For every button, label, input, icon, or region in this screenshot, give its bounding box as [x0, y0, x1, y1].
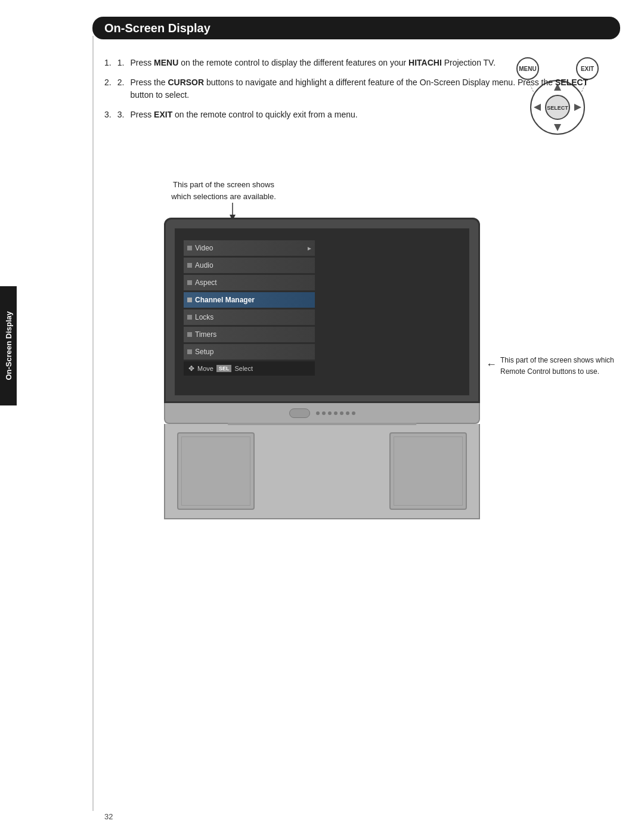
osd-select-label: Select — [234, 365, 253, 372]
osd-item-audio: Audio — [184, 258, 315, 273]
tv-wrapper: Video ► Audio Aspect — [164, 218, 480, 519]
instruction-2: 2. Press the CURSOR buttons to navigate … — [104, 76, 602, 101]
osd-icon-channel — [187, 298, 192, 302]
sidebar-tab: On-Screen Display — [0, 286, 17, 405]
osd-move-label: Move — [197, 365, 213, 372]
tv-speaker-left — [177, 432, 255, 510]
tv-screen: Video ► Audio Aspect — [175, 228, 469, 395]
osd-icon-video — [187, 246, 192, 250]
tv-speaker-right — [389, 432, 467, 510]
tv-base-dots — [316, 411, 355, 415]
osd-icon-setup — [187, 349, 192, 354]
page-number: 32 — [104, 812, 113, 821]
osd-item-channel-manager: Channel Manager — [184, 292, 315, 308]
osd-menu: Video ► Audio Aspect — [184, 240, 315, 376]
callout-right: ← This part of the screen shows which Re… — [486, 355, 617, 377]
annotation-top: This part of the screen shows which sele… — [164, 179, 283, 202]
page-title: On-Screen Display — [104, 21, 210, 35]
callout-arrow-symbol: ← — [486, 356, 497, 373]
osd-item-aspect: Aspect — [184, 275, 315, 290]
tv-cabinet — [164, 424, 480, 519]
osd-icon-aspect — [187, 280, 192, 285]
osd-icon-locks — [187, 315, 192, 320]
osd-item-locks: Locks — [184, 309, 315, 325]
osd-bottom-bar: ✥ Move SEL Select — [184, 361, 315, 376]
osd-item-video: Video ► — [184, 240, 315, 256]
instructions-list: 1. Press MENU on the remote control to d… — [104, 57, 614, 121]
osd-icon-timers — [187, 332, 192, 337]
left-divider — [92, 36, 94, 811]
sidebar-label: On-Screen Display — [4, 311, 13, 380]
instruction-3: 3. Press EXIT on the remote control to q… — [104, 109, 602, 121]
osd-item-timers: Timers — [184, 327, 315, 342]
osd-item-setup: Setup — [184, 344, 315, 360]
main-content: 1. Press MENU on the remote control to d… — [104, 48, 614, 128]
instruction-1: 1. Press MENU on the remote control to d… — [104, 57, 602, 69]
annotation-line1: This part of the screen shows — [173, 180, 274, 189]
tv-screen-outer: Video ► Audio Aspect — [164, 218, 480, 403]
tv-base — [164, 403, 480, 424]
callout-right-text: This part of the screen shows which Remo… — [500, 355, 614, 377]
osd-icon-audio — [187, 263, 192, 268]
tv-base-button — [289, 408, 310, 418]
osd-sel-badge: SEL — [216, 365, 232, 372]
move-icon: ✥ — [188, 364, 194, 373]
annotation-line2: which selections are available. — [171, 192, 276, 201]
page-header: On-Screen Display — [92, 17, 620, 39]
